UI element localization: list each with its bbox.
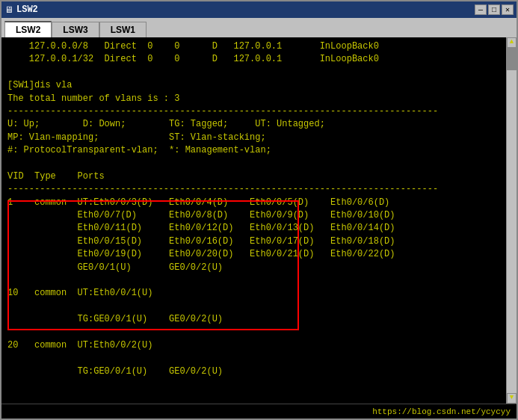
status-url: https://blog.csdn.net/ycycyy <box>372 407 511 416</box>
scrollbar-down-arrow[interactable]: ▼ <box>507 393 517 404</box>
window-title: LSW2 <box>16 4 38 15</box>
window-icon: 🖥 <box>4 4 13 16</box>
main-window: 🖥 LSW2 — □ ✕ LSW2 LSW3 LSW1 127.0.0.0/8 … <box>0 0 518 420</box>
title-bar-controls: — □ ✕ <box>475 4 514 15</box>
status-bar: https://blog.csdn.net/ycycyy <box>1 404 517 419</box>
terminal-output: 127.0.0.0/8 Direct 0 0 D 127.0.0.1 InLoo… <box>7 40 511 378</box>
scrollbar-up-arrow[interactable]: ▲ <box>507 37 517 48</box>
title-bar: 🖥 LSW2 — □ ✕ <box>1 1 517 18</box>
scrollbar[interactable]: ▲ ▼ <box>506 37 517 404</box>
restore-button[interactable]: □ <box>488 4 500 15</box>
tab-lsw3[interactable]: LSW3 <box>52 22 99 37</box>
terminal-content: 127.0.0.0/8 Direct 0 0 D 127.0.0.1 InLoo… <box>1 37 517 404</box>
tab-lsw1[interactable]: LSW1 <box>99 22 147 37</box>
title-bar-left: 🖥 LSW2 <box>4 4 38 16</box>
tab-lsw2[interactable]: LSW2 <box>4 21 52 37</box>
close-button[interactable]: ✕ <box>502 4 514 15</box>
scrollbar-thumb[interactable] <box>507 48 517 70</box>
tab-bar: LSW2 LSW3 LSW1 <box>1 18 517 37</box>
minimize-button[interactable]: — <box>475 4 487 15</box>
